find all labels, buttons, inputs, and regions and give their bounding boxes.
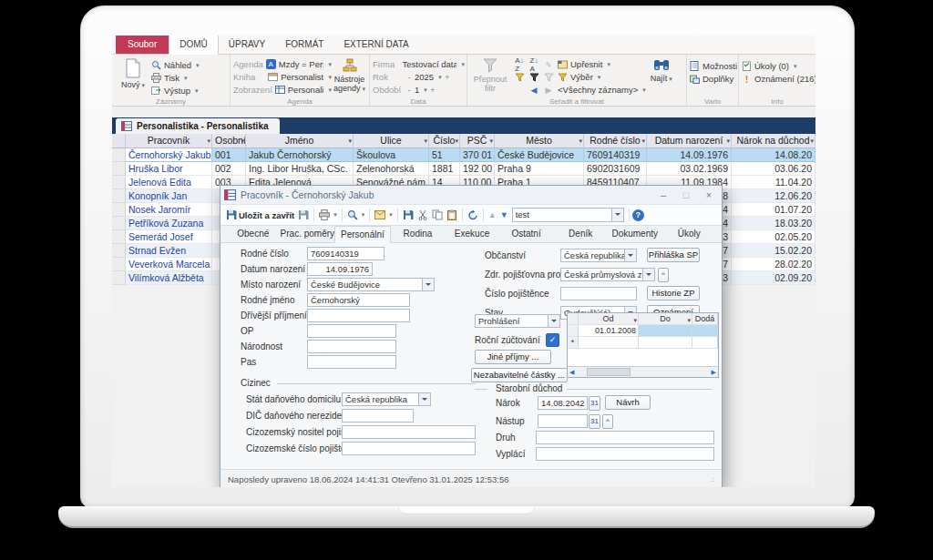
table-cell[interactable]: 01.07.20 <box>732 203 815 217</box>
column-header[interactable]: Jméno▾ <box>246 134 354 148</box>
table-cell[interactable]: 6902031609 <box>584 162 647 176</box>
tab-upravy[interactable]: ÚPRAVY <box>219 36 275 54</box>
table-cell[interactable]: 11.04.20 <box>732 176 815 189</box>
table-row[interactable]: Hruška Libor002Ing. Libor Hruška, CSc.Ze… <box>112 162 815 176</box>
input-field[interactable] <box>307 340 396 353</box>
refine-button[interactable]: Upřesnit▾ <box>558 58 646 70</box>
previous-view-icon[interactable]: ▲ <box>487 208 498 222</box>
dialog-tab-denik[interactable]: Deník <box>553 226 608 242</box>
input-field[interactable] <box>307 309 410 322</box>
table-cell[interactable]: Škoulova <box>354 148 429 162</box>
column-header[interactable]: Ulice▾ <box>354 134 429 148</box>
action-button-historie-zp[interactable]: Historie ZP <box>647 286 700 300</box>
combo-arrow-icon[interactable] <box>611 209 623 221</box>
clear-sort-icon[interactable]: ✎ <box>546 61 552 69</box>
grid-data-row[interactable]: 01.01.2008 <box>568 325 718 337</box>
document-tab[interactable]: Personalistika - Personalistika <box>116 118 280 134</box>
grid-cell-empty[interactable] <box>579 337 639 349</box>
period-increment-button[interactable]: + <box>430 85 436 95</box>
undo-icon[interactable] <box>466 208 480 222</box>
input-field[interactable] <box>307 324 396 338</box>
next-record-icon[interactable]: ▶ <box>546 86 552 95</box>
help-icon[interactable]: ? <box>632 209 644 221</box>
table-cell[interactable]: 15.02.20 <box>732 244 815 258</box>
table-cell[interactable]: 370 01 <box>460 148 495 162</box>
input-field[interactable] <box>536 431 714 444</box>
column-filter-arrow-icon[interactable]: ▾ <box>348 134 352 148</box>
table-cell[interactable]: 03.02.1969 <box>647 162 732 176</box>
table-cell[interactable]: 03.06.20 <box>732 162 815 176</box>
prohlaseni-combo[interactable]: Prohlášení <box>475 314 560 328</box>
table-cell[interactable]: 14.09.1976 <box>647 148 732 162</box>
column-header[interactable]: Rodné číslo▾ <box>584 134 647 148</box>
selection-filter-button[interactable]: Výběr▾ <box>558 71 646 83</box>
export-icon[interactable]: ▾ <box>373 208 395 222</box>
combo-field[interactable]: Česká republika <box>560 249 637 262</box>
input-field[interactable] <box>342 425 476 439</box>
minimize-button[interactable]: – <box>654 189 672 200</box>
output-button[interactable]: Výstup▾ <box>151 85 200 97</box>
table-cell[interactable]: Nosek Jaromír <box>126 203 212 217</box>
table-cell[interactable]: Semerád Josef <box>126 230 212 244</box>
table-cell[interactable]: 51 <box>429 148 460 162</box>
navrh-button[interactable]: Návrh <box>605 395 651 410</box>
table-cell[interactable]: Ing. Libor Hruška, CSc. <box>246 162 354 176</box>
dialog-tab-exekuce[interactable]: Exekuce <box>445 226 499 242</box>
dialog-tab-dokumenty[interactable]: Dokumenty <box>608 226 662 242</box>
grid-cell-empty[interactable] <box>692 337 718 349</box>
column-header[interactable]: Nárok na důchod▾ <box>732 134 815 148</box>
row-selector-header[interactable] <box>112 134 126 148</box>
print-icon[interactable]: ▾ <box>317 208 339 222</box>
table-cell[interactable]: Konopník Jan <box>126 189 212 203</box>
row-selector[interactable] <box>112 244 126 258</box>
action-button-prihlaska-sp[interactable]: Přihláška SP <box>647 248 700 262</box>
column-filter-arrow-icon[interactable]: ▾ <box>241 134 244 148</box>
grid-column-header[interactable]: Do▾ <box>639 313 692 325</box>
table-cell[interactable]: 002 <box>212 162 246 176</box>
input-field[interactable] <box>342 442 476 455</box>
row-selector[interactable] <box>112 230 126 244</box>
previous-record-icon[interactable]: ◀ <box>531 86 538 95</box>
table-cell[interactable]: 001 <box>212 148 246 162</box>
clear-filter-icon[interactable] <box>544 73 554 82</box>
dialog-tab-prac-pomery[interactable]: Prac. poměry <box>281 226 335 242</box>
input-field[interactable] <box>342 409 414 423</box>
table-cell[interactable]: 02.09.20 <box>732 271 815 285</box>
input-field[interactable]: Černohorský <box>307 293 410 307</box>
column-filter-arrow-icon[interactable]: ▾ <box>810 134 814 148</box>
save-icon[interactable] <box>296 208 311 222</box>
dropdown-arrow-icon[interactable] <box>422 279 434 290</box>
calendar-button[interactable]: 31 <box>589 396 600 411</box>
table-cell[interactable]: Praha 9 <box>495 162 584 176</box>
row-selector[interactable] <box>112 271 126 285</box>
dialog-tab-ostatni[interactable]: Ostatní <box>499 226 554 242</box>
table-cell[interactable]: 7609140319 <box>584 148 647 162</box>
jine-prijmy-button[interactable]: Jiné příjmy ... <box>475 350 551 364</box>
grid-filter-arrow-icon[interactable]: ▾ <box>687 313 691 325</box>
scroll-left-icon[interactable]: ◀ <box>569 369 574 376</box>
preview-icon[interactable]: ▾ <box>345 208 367 222</box>
obdobi-selector[interactable]: Období - 1▾ + <box>373 84 465 96</box>
table-row[interactable]: Černohorský Jakub001Jakub ČernohorskýŠko… <box>112 148 815 162</box>
input-field[interactable] <box>538 414 588 428</box>
grid-column-header[interactable]: Dodá <box>692 313 718 325</box>
dropdown-arrow-icon[interactable] <box>642 269 654 280</box>
grid-filter-arrow-icon[interactable]: ▾ <box>633 313 637 325</box>
table-cell[interactable]: Veverková Marcela <box>126 258 212 271</box>
table-cell[interactable]: Hruška Libor <box>126 162 212 176</box>
save-and-close-button[interactable]: Uložit a zavřít <box>224 208 296 222</box>
row-selector[interactable] <box>112 217 126 230</box>
new-record-button[interactable]: Nový▾ <box>115 56 151 90</box>
table-cell[interactable]: 02.05.20 <box>732 230 815 244</box>
table-cell[interactable]: Jakub Černohorský <box>246 148 354 162</box>
grid-cell-doda[interactable] <box>692 325 718 337</box>
tab-soubor[interactable]: Soubor <box>116 36 169 54</box>
table-cell[interactable]: 12.06.20 <box>732 189 815 203</box>
firma-selector[interactable]: Firma Testovací data 2▾ <box>373 58 465 70</box>
column-filter-arrow-icon[interactable]: ▾ <box>579 134 582 148</box>
cut-icon[interactable] <box>415 208 430 222</box>
notifications-button[interactable]: ! Oznámení (216) <box>742 73 815 85</box>
agenda-tools-button[interactable]: Nástroje agendy▾ <box>332 56 367 94</box>
filter-advanced-icon[interactable] <box>529 73 539 82</box>
table-cell[interactable]: Černohorský Jakub <box>126 148 212 162</box>
